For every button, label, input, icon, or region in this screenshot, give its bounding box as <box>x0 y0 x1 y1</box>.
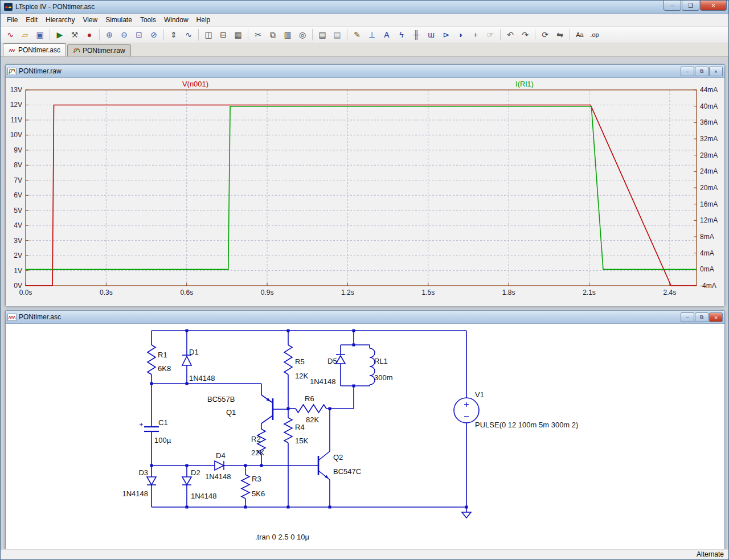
capacitor-C1[interactable] <box>140 423 159 431</box>
diode-icon[interactable]: ⊳ <box>439 28 453 42</box>
resistor-R6[interactable] <box>296 405 326 413</box>
save-icon[interactable]: ▣ <box>32 28 47 42</box>
maximize-button[interactable]: ❑ <box>682 1 699 11</box>
run-icon[interactable]: ▶ <box>52 28 67 42</box>
resistor-R3[interactable] <box>241 475 249 499</box>
schematic-label: D5 <box>327 357 337 365</box>
y-right-tick-label: 20mA <box>700 184 718 192</box>
print-icon[interactable]: ▤ <box>315 28 330 42</box>
resistor-icon[interactable]: ϟ <box>394 28 409 42</box>
tab-pontimer.raw[interactable]: PONtimer.raw <box>67 44 131 56</box>
new-schematic-icon[interactable]: ∿ <box>3 28 18 42</box>
zoom-extents-icon[interactable]: ⊡ <box>132 28 146 42</box>
voltage-source-V1[interactable] <box>454 398 479 423</box>
diode-D2[interactable] <box>182 477 191 485</box>
trace-label-I(Rl1)[interactable]: I(Rl1) <box>515 80 534 88</box>
menu-tools[interactable]: Tools <box>136 14 160 26</box>
wire-junction <box>244 506 247 509</box>
wave-window-titlebar[interactable]: PONtimer.raw – ⧉ × <box>6 65 724 78</box>
tile-horizontal-icon[interactable]: ⊟ <box>216 28 231 42</box>
component-icon[interactable]: ◗ <box>453 28 468 42</box>
tile-vertical-icon[interactable]: ◫ <box>201 28 216 42</box>
y-right-tick-label: 44mA <box>700 86 718 94</box>
tab-pontimer.asc[interactable]: PONtimer.asc <box>3 43 66 56</box>
schematic-label: 5K6 <box>252 489 265 498</box>
menu-edit[interactable]: Edit <box>22 14 42 26</box>
cut-icon[interactable]: ✂ <box>251 28 265 42</box>
redo-icon[interactable]: ↷ <box>518 28 533 42</box>
text-icon[interactable]: Aa <box>572 28 587 42</box>
close-button[interactable]: × <box>700 1 727 11</box>
title-bar[interactable]: LTspice IV - PONtimer.asc – ❑ × <box>1 1 728 14</box>
zoom-area-icon[interactable]: ⊕ <box>102 28 117 42</box>
halt-icon[interactable]: ● <box>82 28 97 42</box>
schematic-close-button[interactable]: × <box>709 312 723 322</box>
resistor-R5[interactable] <box>284 345 292 374</box>
trace-label-V(n001)[interactable]: V(n001) <box>182 80 208 88</box>
transistor-Q2[interactable] <box>318 451 330 480</box>
transistor-Q1[interactable] <box>261 395 288 423</box>
zoom-back-icon[interactable]: ⊖ <box>117 28 132 42</box>
schematic-drawing: R16K8D11N4148C1100µBC557BQ1R512KD51N4148… <box>6 324 724 549</box>
diode-D4[interactable] <box>215 461 224 470</box>
schematic-label: 12K <box>295 372 308 380</box>
rotate-icon[interactable]: ⟳ <box>538 28 552 42</box>
menu-view[interactable]: View <box>79 14 101 26</box>
minimize-button[interactable]: – <box>664 1 681 11</box>
resistor-R4[interactable] <box>284 418 292 443</box>
schematic-minimize-button[interactable]: – <box>681 312 694 322</box>
y-left-tick-label: 4V <box>14 221 22 229</box>
diode-D3[interactable] <box>147 477 156 485</box>
spice-directive-icon[interactable]: .op <box>587 28 602 42</box>
ground-symbol[interactable] <box>462 512 471 518</box>
resistors[interactable] <box>148 345 326 499</box>
toolbar-separator <box>198 29 199 40</box>
control-panel-icon[interactable]: ⚒ <box>67 28 82 42</box>
wave-close-button[interactable]: × <box>709 67 723 76</box>
menu-hierarchy[interactable]: Hierarchy <box>42 14 79 26</box>
menu-simulate[interactable]: Simulate <box>101 14 136 26</box>
diode-D5[interactable] <box>336 355 345 364</box>
mirror-icon[interactable]: ⇋ <box>552 28 567 42</box>
schematic-restore-button[interactable]: ⧉ <box>695 312 708 322</box>
inductor-icon[interactable]: ɯ <box>424 28 439 42</box>
wave-restore-button[interactable]: ⧉ <box>695 67 708 76</box>
resistor-R1[interactable] <box>148 345 155 374</box>
copy-icon[interactable]: ⧉ <box>265 28 280 42</box>
schematic-window-titlebar[interactable]: PONtimer.asc – ⧉ × <box>6 311 724 324</box>
wire-junction <box>244 464 247 467</box>
wire-icon[interactable]: ✎ <box>350 28 364 42</box>
schematic-label: Q1 <box>226 408 236 417</box>
wire-junction <box>287 506 290 509</box>
ground-icon[interactable]: ⊥ <box>364 28 379 42</box>
find-icon[interactable]: ◎ <box>295 28 310 42</box>
y-left-tick-label: 0V <box>14 282 22 290</box>
y-right-tick-label: 4mA <box>700 249 714 257</box>
wave-plot-area[interactable]: 0.0s0.3s0.6s0.9s1.2s1.5s1.8s2.1s2.4s13V1… <box>6 78 724 306</box>
schematic-canvas[interactable]: R16K8D11N4148C1100µBC557BQ1R512KD51N4148… <box>6 324 724 549</box>
menu-help[interactable]: Help <box>193 14 215 26</box>
paste-icon[interactable]: ▥ <box>280 28 295 42</box>
print-preview-icon[interactable]: ▤ <box>330 28 345 42</box>
schematic-label: R3 <box>252 475 261 483</box>
schematic-label: R6 <box>305 394 314 403</box>
wave-minimize-button[interactable]: – <box>681 67 694 76</box>
undo-icon[interactable]: ↶ <box>503 28 518 42</box>
menu-window[interactable]: Window <box>160 14 193 26</box>
wire-junction <box>186 464 189 467</box>
cascade-windows-icon[interactable]: ▦ <box>231 28 245 42</box>
autorange-y-icon[interactable]: ⇕ <box>166 28 181 42</box>
y-left-tick-label: 8V <box>14 161 22 169</box>
capacitor-icon[interactable]: ╫ <box>409 28 424 42</box>
move-icon[interactable]: + <box>468 28 483 42</box>
plot-settings-icon[interactable]: ∿ <box>181 28 196 42</box>
net-label-icon[interactable]: A <box>379 28 394 42</box>
y-left-tick-label: 6V <box>14 191 22 199</box>
drag-icon[interactable]: ☞ <box>483 28 498 42</box>
zoom-fit-icon[interactable]: ⊘ <box>146 28 161 42</box>
schematic-label: RL1 <box>374 357 388 365</box>
open-icon[interactable]: ▱ <box>18 28 32 42</box>
diode-D1[interactable] <box>182 355 191 365</box>
wave-axes: 0.0s0.3s0.6s0.9s1.2s1.5s1.8s2.1s2.4s13V1… <box>10 86 718 297</box>
menu-file[interactable]: File <box>3 14 22 26</box>
